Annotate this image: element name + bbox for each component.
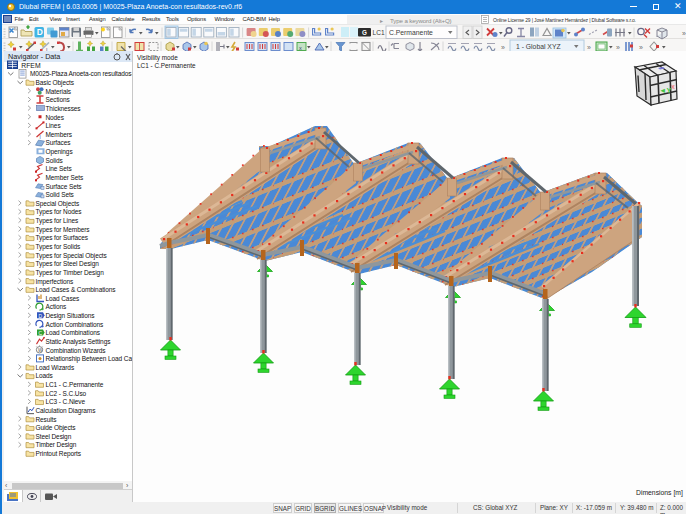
svg-text:Relationship Between Load Case: Relationship Between Load Cases — [46, 355, 133, 363]
svg-text:Members: Members — [46, 131, 73, 138]
svg-text:LC3 - C.Nieve: LC3 - C.Nieve — [46, 398, 86, 405]
svg-text:D: D — [39, 313, 43, 319]
svg-text:»: » — [501, 44, 505, 51]
svg-text:Sections: Sections — [46, 96, 71, 103]
svg-text:Surfaces: Surfaces — [46, 139, 72, 146]
svg-text:Types for Solids: Types for Solids — [36, 243, 81, 251]
svg-text:Types for Special Objects: Types for Special Objects — [36, 252, 108, 260]
svg-text:Action Combinations: Action Combinations — [46, 321, 105, 328]
svg-text:Static Analysis Settings: Static Analysis Settings — [46, 338, 112, 346]
svg-text:Calculation Diagrams: Calculation Diagrams — [36, 407, 97, 415]
svg-text:Imperfections: Imperfections — [36, 278, 75, 286]
svg-text:Types for Members: Types for Members — [36, 226, 91, 234]
svg-text:Combination Wizards: Combination Wizards — [46, 347, 107, 354]
svg-text:Member Sets: Member Sets — [46, 174, 84, 181]
svg-text:D: D — [37, 27, 43, 37]
svg-text:LC2 - S.C.Uso: LC2 - S.C.Uso — [46, 390, 87, 397]
svg-text:1 - Global XYZ: 1 - Global XYZ — [516, 43, 561, 50]
svg-text:Design Situations: Design Situations — [46, 312, 96, 320]
svg-text:Load Wizards: Load Wizards — [36, 364, 75, 371]
svg-text:Nodes: Nodes — [46, 114, 65, 121]
svg-text:RFEM: RFEM — [21, 62, 41, 69]
svg-text:Types for Lines: Types for Lines — [36, 217, 79, 225]
svg-text:Timber Design: Timber Design — [36, 441, 77, 449]
svg-text:Load Cases: Load Cases — [46, 295, 81, 302]
svg-text:LC1: LC1 — [373, 29, 385, 36]
svg-text:Loads: Loads — [36, 372, 54, 379]
svg-text:C.Permanente: C.Permanente — [389, 29, 433, 36]
svg-text:G: G — [362, 29, 367, 36]
svg-text:x: x — [299, 45, 302, 51]
svg-text:Guide Objects: Guide Objects — [36, 424, 77, 432]
svg-text:Results: Results — [36, 416, 58, 423]
svg-text:Types for Steel Design: Types for Steel Design — [36, 260, 100, 268]
svg-text:Actions: Actions — [46, 303, 67, 310]
svg-text:I: I — [40, 135, 41, 140]
svg-text:Openings: Openings — [46, 148, 74, 156]
svg-text:Lines: Lines — [46, 122, 62, 129]
svg-text:Surface Sets: Surface Sets — [46, 183, 83, 190]
svg-text:Steel Design: Steel Design — [36, 433, 72, 441]
svg-text:»: » — [616, 44, 620, 51]
svg-text:Special Objects: Special Objects — [36, 200, 81, 208]
svg-text:Load Cases & Combinations: Load Cases & Combinations — [36, 286, 117, 293]
svg-text:Types for Surfaces: Types for Surfaces — [36, 234, 89, 242]
svg-text:◄Y: ◄Y — [659, 86, 671, 95]
svg-text:C: C — [39, 330, 43, 336]
svg-text:Types for Timber Design: Types for Timber Design — [36, 269, 105, 277]
svg-text:Basic Objects: Basic Objects — [36, 79, 75, 87]
svg-text:Thicknesses: Thicknesses — [46, 105, 82, 112]
svg-text:Load Combinations: Load Combinations — [46, 329, 101, 336]
svg-text:x: x — [671, 83, 675, 90]
svg-text:Solids: Solids — [46, 157, 64, 164]
svg-text:Solid Sets: Solid Sets — [46, 191, 75, 198]
svg-text:»: » — [639, 44, 643, 51]
svg-text:Line Sets: Line Sets — [46, 165, 73, 172]
svg-text:Types for Nodes: Types for Nodes — [36, 208, 83, 216]
svg-text:M0025-Plaza Anoeta-con resulta: M0025-Plaza Anoeta-con resultados-rev0.r… — [30, 70, 132, 77]
svg-text:»: » — [682, 30, 686, 37]
svg-text:Materials: Materials — [46, 88, 72, 95]
svg-text:Printout Reports: Printout Reports — [36, 450, 82, 458]
svg-text:LC1 - C.Permanente: LC1 - C.Permanente — [46, 381, 104, 388]
svg-text:»: » — [587, 44, 591, 51]
